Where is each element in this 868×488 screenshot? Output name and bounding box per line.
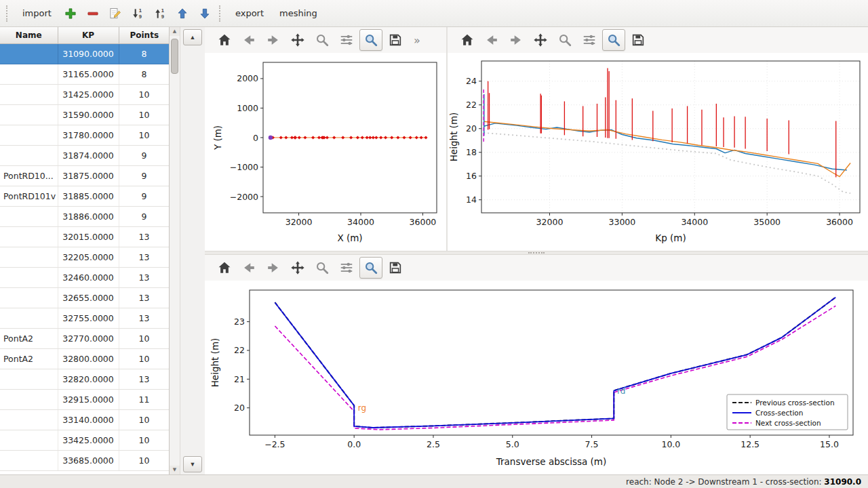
cell-kp[interactable]: 32800.0000 xyxy=(58,348,119,369)
import-button[interactable]: import xyxy=(16,5,58,22)
cell-kp[interactable]: 33425.0000 xyxy=(58,430,119,450)
save-button[interactable] xyxy=(384,257,407,279)
cell-kp[interactable]: 32655.0000 xyxy=(58,287,119,308)
pan-button[interactable] xyxy=(286,257,309,279)
table-row[interactable]: PontRD10...31875.00009 xyxy=(0,165,170,186)
table-row[interactable]: 32755.000013 xyxy=(0,308,170,328)
customize-button[interactable] xyxy=(602,29,625,51)
cell-points[interactable]: 10 xyxy=(119,409,170,430)
cell-name[interactable] xyxy=(0,287,58,308)
cell-points[interactable]: 10 xyxy=(119,430,170,450)
customize-button[interactable] xyxy=(359,29,382,51)
cell-points[interactable]: 10 xyxy=(119,125,170,145)
back-button[interactable] xyxy=(480,29,503,51)
cell-name[interactable] xyxy=(0,84,58,104)
cell-name[interactable]: PontRD10... xyxy=(0,165,58,186)
table-row[interactable]: 32655.000013 xyxy=(0,287,170,308)
chart-canvas[interactable]: 3200033000340003500036000141618202224Kp … xyxy=(448,53,868,251)
cell-name[interactable] xyxy=(0,125,58,145)
cell-points[interactable]: 13 xyxy=(119,369,170,389)
cell-kp[interactable]: 31875.0000 xyxy=(58,165,119,186)
cell-points[interactable]: 13 xyxy=(119,287,170,308)
cell-kp[interactable]: 31590.0000 xyxy=(58,104,119,125)
cell-kp[interactable]: 31885.0000 xyxy=(58,186,119,206)
move-down-button[interactable] xyxy=(195,3,215,24)
horizontal-splitter[interactable] xyxy=(205,251,868,255)
cell-kp[interactable]: 32460.0000 xyxy=(58,267,119,287)
table-row[interactable]: 32205.000013 xyxy=(0,247,170,267)
table-row[interactable]: 32915.000011 xyxy=(0,389,170,409)
profile-chart[interactable]: 3200033000340003500036000141618202224Kp … xyxy=(448,53,868,251)
table-row[interactable]: 32820.000013 xyxy=(0,369,170,389)
cell-kp[interactable]: 32205.0000 xyxy=(58,247,119,267)
cell-name[interactable] xyxy=(0,43,58,64)
cell-kp[interactable]: 33140.0000 xyxy=(58,409,119,430)
cell-points[interactable]: 10 xyxy=(119,84,170,104)
cell-name[interactable] xyxy=(0,430,58,450)
forward-button[interactable] xyxy=(505,29,528,51)
move-up-button[interactable] xyxy=(172,3,193,24)
cell-points[interactable]: 13 xyxy=(119,308,170,328)
cell-points[interactable]: 9 xyxy=(119,186,170,206)
cell-kp[interactable]: 31165.0000 xyxy=(58,64,119,84)
pan-button[interactable] xyxy=(529,29,552,51)
cell-points[interactable]: 8 xyxy=(119,43,170,64)
meshing-button[interactable]: meshing xyxy=(273,5,324,22)
cell-kp[interactable]: 31874.0000 xyxy=(58,145,119,165)
cell-kp[interactable]: 31780.0000 xyxy=(58,125,119,145)
zoom-button[interactable] xyxy=(553,29,576,51)
add-cross-section-button[interactable] xyxy=(60,3,81,24)
sort-ascending-button[interactable] xyxy=(150,3,170,24)
previous-section-button[interactable]: ▲ xyxy=(183,29,202,45)
toolbar-handle[interactable] xyxy=(6,5,9,22)
table-row[interactable]: PontA232770.000010 xyxy=(0,328,170,348)
table-row[interactable]: 32015.000013 xyxy=(0,226,170,247)
table-row[interactable]: 33685.000010 xyxy=(0,450,170,470)
column-header-name[interactable]: Name xyxy=(0,27,58,43)
table-row[interactable]: 31165.00008 xyxy=(0,64,170,84)
cell-points[interactable]: 9 xyxy=(119,145,170,165)
cell-points[interactable]: 13 xyxy=(119,247,170,267)
cell-name[interactable] xyxy=(0,104,58,125)
next-section-button[interactable]: ▼ xyxy=(183,456,202,472)
cell-points[interactable]: 8 xyxy=(119,64,170,84)
column-header-points[interactable]: Points xyxy=(119,27,170,43)
cell-name[interactable] xyxy=(0,206,58,226)
cell-name[interactable] xyxy=(0,450,58,470)
pan-button[interactable] xyxy=(286,29,309,51)
cell-name[interactable] xyxy=(0,389,58,409)
home-button[interactable] xyxy=(456,29,479,51)
save-button[interactable] xyxy=(384,29,407,51)
save-button[interactable] xyxy=(627,29,650,51)
cross-section-chart[interactable]: rgrd−2.50.02.55.07.510.012.515.020212223… xyxy=(205,281,868,474)
table-row[interactable]: 33425.000010 xyxy=(0,430,170,450)
subplots-button[interactable] xyxy=(335,257,358,279)
cell-kp[interactable]: 32755.0000 xyxy=(58,308,119,328)
cell-kp[interactable]: 31886.0000 xyxy=(58,206,119,226)
table-row[interactable]: PontA232800.000010 xyxy=(0,348,170,369)
cell-kp[interactable]: 31090.0000 xyxy=(58,43,119,64)
cell-name[interactable] xyxy=(0,145,58,165)
table-row[interactable]: 31886.00009 xyxy=(0,206,170,226)
forward-button[interactable] xyxy=(262,257,285,279)
cell-name[interactable] xyxy=(0,247,58,267)
cell-name[interactable] xyxy=(0,64,58,84)
home-button[interactable] xyxy=(213,257,236,279)
cell-name[interactable] xyxy=(0,267,58,287)
table-row[interactable]: 31590.000010 xyxy=(0,104,170,125)
home-button[interactable] xyxy=(213,29,236,51)
table-row[interactable]: 32460.000013 xyxy=(0,267,170,287)
zoom-button[interactable] xyxy=(311,257,334,279)
cell-points[interactable]: 10 xyxy=(119,348,170,369)
scrollbar-track[interactable] xyxy=(170,36,180,466)
subplots-button[interactable] xyxy=(335,29,358,51)
table-row[interactable]: 31425.000010 xyxy=(0,84,170,104)
cell-name[interactable]: PontA2 xyxy=(0,328,58,348)
cell-points[interactable]: 10 xyxy=(119,450,170,470)
table-row[interactable]: 31780.000010 xyxy=(0,125,170,145)
forward-button[interactable] xyxy=(262,29,285,51)
scrollbar-down-arrow-icon[interactable]: ▼ xyxy=(170,466,180,474)
zoom-button[interactable] xyxy=(311,29,334,51)
subplots-button[interactable] xyxy=(578,29,601,51)
cell-kp[interactable]: 33685.0000 xyxy=(58,450,119,470)
